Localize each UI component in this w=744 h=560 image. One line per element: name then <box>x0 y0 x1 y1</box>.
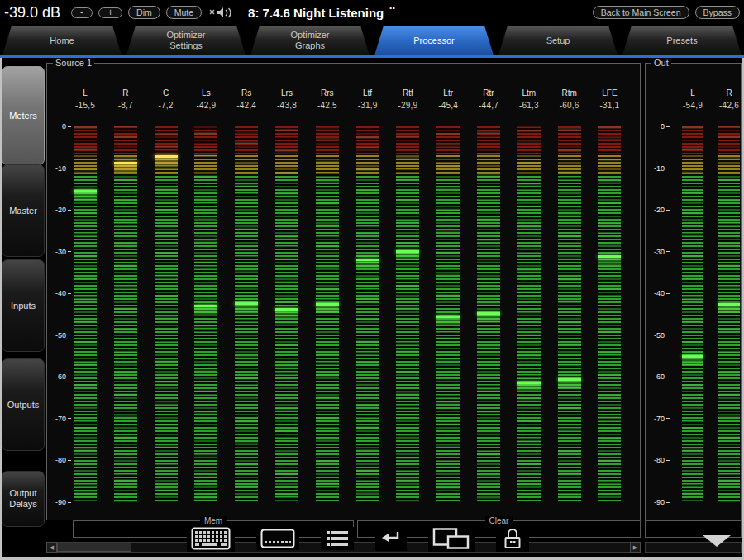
peak-glow <box>558 381 581 388</box>
peak-glow <box>316 306 339 313</box>
source-level-meter-l <box>74 126 97 502</box>
scale-label-70: -70 <box>47 415 71 423</box>
peak-glow <box>396 253 419 260</box>
list-icon <box>325 529 350 548</box>
bottom-toolbar <box>187 525 529 552</box>
sidebar-item-output-delays[interactable]: OutputDelays <box>2 471 45 527</box>
source-level-meter-r <box>114 126 137 502</box>
master-volume[interactable]: -39.0 dB <box>4 4 60 21</box>
channel-label-ls: Ls <box>186 88 226 97</box>
processor-screen: -39.0 dB - + Dim Mute 8: 7.4.6 Night Lis… <box>0 0 744 560</box>
peak-glow <box>682 358 703 365</box>
source-level-meter-c <box>155 126 178 502</box>
peak-glow <box>114 164 137 172</box>
channel-label-rrs: Rrs <box>308 88 347 97</box>
peak-glow <box>356 261 379 268</box>
sidebar-item-outputs[interactable]: Outputs <box>2 358 45 451</box>
tab-optimizer-settings[interactable]: OptimizerSettings <box>126 26 246 55</box>
scroll-right-button[interactable]: ▶ <box>630 542 641 553</box>
scale-label-50: -50 <box>47 331 71 339</box>
expand-triangle-icon[interactable] <box>703 535 731 547</box>
sidebar-item-meters[interactable]: Meters <box>2 66 45 165</box>
meter-texture <box>316 126 339 502</box>
dim-button[interactable]: Dim <box>128 6 160 19</box>
windows-icon <box>432 527 470 550</box>
scale-label-90: -90 <box>47 498 71 506</box>
meter-texture <box>436 126 460 502</box>
title-modified-marks: •• <box>389 4 396 12</box>
scale-label-20: -20 <box>47 206 71 214</box>
sidebar-item-inputs[interactable]: Inputs <box>2 259 45 352</box>
peak-glow <box>436 318 460 325</box>
scroll-left-button[interactable]: ◀ <box>46 542 57 553</box>
small-keyboard-button[interactable] <box>256 527 299 550</box>
meter-texture <box>682 126 703 502</box>
scale-label-20: -20 <box>646 206 670 214</box>
channel-label-c: C <box>146 88 186 97</box>
channel-value-r: -8,7 <box>106 101 145 110</box>
sidebar: MetersMasterInputsOutputsOutputDelays <box>2 58 45 558</box>
scale-label-40: -40 <box>646 289 670 297</box>
tab-presets[interactable]: Presets <box>622 26 742 55</box>
scale-label-30: -30 <box>646 248 670 256</box>
accent-line <box>0 55 744 58</box>
scale-label-10: -10 <box>646 164 670 173</box>
tab-bar: HomeOptimizerSettingsOptimizerGraphsProc… <box>0 26 744 55</box>
speaker-icon <box>207 6 236 19</box>
channel-label-ltm: Ltm <box>509 88 549 97</box>
mute-button[interactable]: Mute <box>166 6 202 19</box>
tab-setup[interactable]: Setup <box>498 26 618 55</box>
source-level-meter-ltm <box>517 126 541 502</box>
out-level-meter-r <box>718 126 740 502</box>
source-level-meter-ltf <box>356 126 379 502</box>
meter-texture <box>155 126 178 502</box>
peak-glow <box>194 307 217 315</box>
return-button[interactable] <box>375 526 407 551</box>
volume-minus-button[interactable]: - <box>71 7 93 18</box>
bypass-button[interactable]: Bypass <box>695 6 740 19</box>
channel-label-lrs: Lrs <box>267 88 307 97</box>
scrollbar-thumb[interactable] <box>57 543 131 552</box>
keyboard-icon <box>191 527 231 550</box>
peak-glow <box>598 258 621 265</box>
channel-value-lfe: -31,1 <box>589 101 629 110</box>
tab-processor[interactable]: Processor <box>374 26 494 55</box>
windows-button[interactable] <box>428 525 475 552</box>
back-to-main-screen-button[interactable]: Back to Main Screen <box>593 6 689 19</box>
channel-value-lrs: -43,8 <box>267 101 307 110</box>
return-icon <box>379 528 403 549</box>
peak-glow <box>275 311 298 318</box>
out-level-meter-l <box>682 126 703 502</box>
volume-plus-button[interactable]: + <box>98 7 122 18</box>
source-level-meter-ltr <box>436 126 460 502</box>
source-level-meter-rtr <box>477 126 500 502</box>
meter-texture <box>114 126 137 502</box>
channel-label-r: R <box>709 88 741 97</box>
source-level-meter-lfe <box>598 126 621 502</box>
channel-value-r: -42,6 <box>709 101 741 110</box>
channel-value-ls: -42,9 <box>186 101 226 110</box>
list-button[interactable] <box>321 527 354 550</box>
keyboard-button[interactable] <box>187 525 235 552</box>
meter-texture <box>517 126 541 502</box>
scale-label-30: -30 <box>47 248 71 256</box>
channel-value-c: -7,2 <box>146 101 186 110</box>
lock-icon <box>500 527 525 550</box>
channel-label-l: L <box>673 88 713 97</box>
meter-texture <box>598 126 621 502</box>
scale-label-0: 0 <box>646 122 670 131</box>
channel-value-ltr: -45,4 <box>428 101 468 110</box>
meter-texture <box>396 126 419 502</box>
peak-glow <box>235 305 258 312</box>
meter-texture <box>558 126 581 502</box>
channel-value-rtm: -60,6 <box>550 101 589 110</box>
channel-label-lfe: LFE <box>589 88 629 97</box>
channel-label-l: L <box>65 88 105 97</box>
scale-label-70: -70 <box>646 415 670 423</box>
lock-button[interactable] <box>496 525 529 552</box>
channel-value-rtr: -44,7 <box>469 101 508 110</box>
sidebar-item-master[interactable]: Master <box>2 164 45 257</box>
tab-home[interactable]: Home <box>2 26 122 55</box>
tab-optimizer-graphs[interactable]: OptimizerGraphs <box>250 26 370 55</box>
channel-label-rtm: Rtm <box>550 88 589 97</box>
